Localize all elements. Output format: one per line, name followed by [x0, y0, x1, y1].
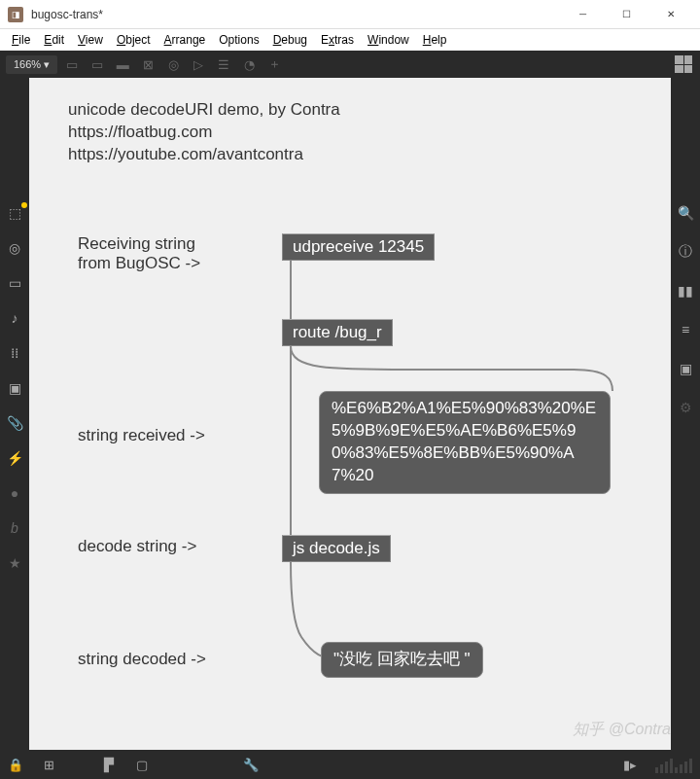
top-toolbar: 166% ▾ ▭ ▭ ▬ ⊠ ◎ ▷ ☰ ◔ ＋ — [0, 51, 700, 78]
lock-icon[interactable]: 🔒 — [8, 757, 23, 772]
label-string-received: string received -> — [78, 426, 205, 445]
sliders-icon[interactable]: ⚙ — [677, 399, 694, 416]
maximize-button[interactable]: ☐ — [605, 1, 648, 28]
menu-arrange[interactable]: Arrange — [158, 31, 212, 49]
dots-icon[interactable]: ⁞⁞ — [6, 344, 23, 362]
audio-meters — [655, 756, 692, 773]
grid-icon[interactable]: ⊞ — [41, 757, 56, 772]
menu-window[interactable]: Window — [362, 31, 415, 49]
plug-icon[interactable]: ⚡ — [6, 449, 23, 467]
tool-icon-3[interactable]: ▬ — [112, 53, 133, 75]
patch-canvas[interactable]: unicode decodeURI demo, by Contra https:… — [29, 78, 671, 750]
comment-box: unicode decodeURI demo, by Contra https:… — [68, 99, 340, 166]
play-icon[interactable]: ▮▸ — [622, 757, 638, 772]
tool-icon-4[interactable]: ⊠ — [137, 53, 158, 75]
object-route[interactable]: route /bug_r — [282, 319, 393, 346]
layers-icon[interactable]: ▢ — [134, 757, 150, 772]
comment-line-2: https://floatbug.com — [68, 122, 340, 144]
menu-file[interactable]: File — [6, 31, 36, 49]
label-decode-string: decode string -> — [78, 537, 196, 556]
right-toolbar: 🔍 ⓘ ▮▮ ≡ ▣ ⚙ — [671, 78, 700, 750]
window-controls: ─ ☐ ✕ — [561, 1, 692, 28]
attach-icon[interactable]: 📎 — [6, 414, 23, 432]
message-encoded[interactable]: %E6%B2%A1%E5%90%83%20%E5%9B%9E%E5%AE%B6%… — [319, 391, 611, 494]
tool-icon-2[interactable]: ▭ — [87, 53, 108, 75]
menu-object[interactable]: Object — [111, 31, 157, 49]
tool-icon-6[interactable]: ▷ — [188, 53, 209, 75]
target-icon[interactable]: ◎ — [6, 239, 23, 257]
rect-icon[interactable]: ▭ — [6, 274, 23, 292]
window-title: bugosc-trans* — [31, 8, 561, 21]
circle-icon[interactable]: ● — [6, 484, 23, 502]
tool-icon-5[interactable]: ◎ — [162, 53, 184, 75]
minimize-button[interactable]: ─ — [561, 1, 605, 28]
label-string-decoded: string decoded -> — [78, 650, 206, 669]
main-area: 166% ▾ ▭ ▭ ▬ ⊠ ◎ ▷ ☰ ◔ ＋ ⬚ ◎ ▭ ♪ ⁞⁞ ▣ 📎 … — [0, 51, 700, 750]
menu-options[interactable]: Options — [213, 31, 264, 49]
menu-extras[interactable]: Extras — [315, 31, 360, 49]
titlebar: ◨ bugosc-trans* ─ ☐ ✕ — [0, 0, 700, 29]
menu-help[interactable]: Help — [417, 31, 453, 49]
present-icon[interactable]: ▛ — [101, 757, 117, 772]
list-icon[interactable]: ≡ — [677, 321, 694, 338]
menu-debug[interactable]: Debug — [267, 31, 313, 49]
object-udpreceive[interactable]: udpreceive 12345 — [282, 233, 435, 261]
menu-view[interactable]: View — [72, 31, 109, 49]
tool-icon-1[interactable]: ▭ — [61, 53, 83, 75]
zoom-level[interactable]: 166% ▾ — [6, 55, 57, 74]
comment-line-1: unicode decodeURI demo, by Contra — [68, 99, 340, 122]
wrench-icon[interactable]: 🔧 — [243, 757, 259, 772]
canvas-inner: unicode decodeURI demo, by Contra https:… — [29, 78, 671, 750]
tool-icon-9[interactable]: ＋ — [263, 53, 285, 75]
left-toolbar: ⬚ ◎ ▭ ♪ ⁞⁞ ▣ 📎 ⚡ ● b ★ — [0, 78, 29, 750]
menubar: File Edit View Object Arrange Options De… — [0, 29, 700, 51]
object-js-decode[interactable]: js decode.js — [282, 535, 391, 562]
presentation-icon[interactable] — [673, 53, 694, 75]
tool-icon-8[interactable]: ◔ — [238, 53, 260, 75]
menu-edit[interactable]: Edit — [38, 31, 70, 49]
message-decoded[interactable]: "没吃 回家吃去吧 " — [321, 642, 483, 678]
app-icon: ◨ — [8, 7, 23, 22]
comment-line-3: https://youtube.com/avantcontra — [68, 144, 340, 166]
bold-icon[interactable]: b — [6, 519, 23, 537]
search-icon[interactable]: 🔍 — [677, 204, 694, 222]
label-receiving: Receiving string from BugOSC -> — [78, 234, 200, 273]
camera-icon[interactable]: ▣ — [677, 360, 694, 377]
tool-icon-7[interactable]: ☰ — [213, 53, 234, 75]
package-icon[interactable]: ⬚ — [6, 204, 23, 222]
info-icon[interactable]: ⓘ — [677, 243, 694, 261]
bottom-toolbar: 🔒 ⊞ ▛ ▢ 🔧 ▮▸ — [0, 750, 700, 779]
image-icon[interactable]: ▣ — [6, 379, 23, 397]
note-icon[interactable]: ♪ — [6, 309, 23, 327]
star-icon[interactable]: ★ — [6, 554, 23, 572]
close-button[interactable]: ✕ — [648, 1, 692, 28]
pause-icon[interactable]: ▮▮ — [677, 282, 694, 300]
